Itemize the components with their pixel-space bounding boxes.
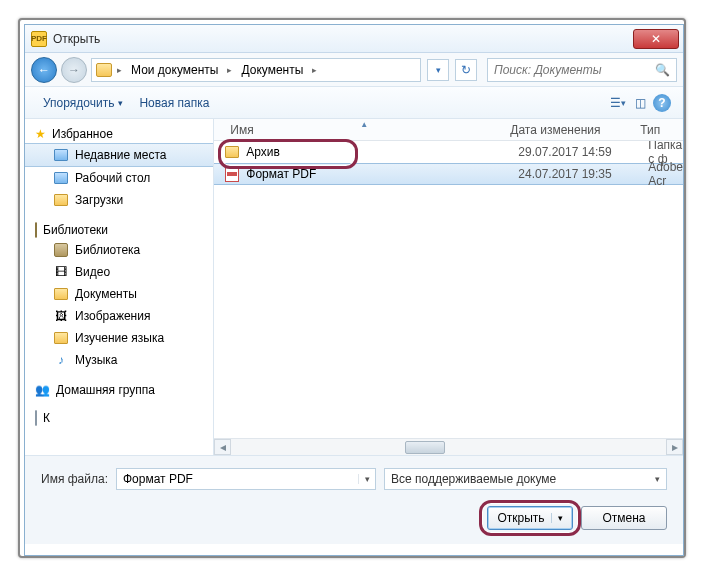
cancel-button[interactable]: Отмена — [581, 506, 667, 530]
sidebar-item-label: Документы — [75, 287, 137, 301]
new-folder-button[interactable]: Новая папка — [131, 92, 217, 114]
sidebar-item-music[interactable]: ♪Музыка — [25, 349, 213, 371]
sidebar-item-label: Библиотека — [75, 243, 140, 257]
homegroup-label: Домашняя группа — [56, 383, 155, 397]
search-box[interactable]: 🔍 — [487, 58, 677, 82]
sidebar-item-desktop[interactable]: Рабочий стол — [25, 167, 213, 189]
breadcrumb-dropdown[interactable]: ▾ — [427, 59, 449, 81]
file-row-pdf[interactable]: Формат PDF 24.07.2017 19:35 Adobe Acr — [214, 163, 683, 185]
filename-dropdown-icon[interactable]: ▾ — [358, 474, 375, 484]
sidebar-item-documents[interactable]: Документы — [25, 283, 213, 305]
filename-label: Имя файла: — [41, 472, 108, 486]
dialog-footer: Имя файла: ▾ Все поддерживаемые докуме ▾… — [25, 455, 683, 544]
scroll-track[interactable] — [231, 439, 666, 455]
star-icon: ★ — [35, 127, 46, 141]
sidebar-item-label: Музыка — [75, 353, 117, 367]
sidebar: ★Избранное Недавние места Рабочий стол З… — [25, 119, 214, 455]
open-split-icon[interactable]: ▾ — [551, 513, 563, 523]
sidebar-computer-header[interactable]: К — [25, 409, 213, 427]
computer-icon — [35, 411, 37, 425]
preview-icon: ◫ — [635, 96, 646, 110]
file-list-header: ▲Имя Дата изменения Тип — [214, 119, 683, 141]
sidebar-homegroup-header[interactable]: 👥Домашняя группа — [25, 381, 213, 399]
filename-field[interactable]: ▾ — [116, 468, 376, 490]
chevron-right-icon: ▸ — [114, 65, 125, 75]
library-icon — [53, 242, 69, 258]
sidebar-item-label: Видео — [75, 265, 110, 279]
breadcrumb[interactable]: ▸ Мои документы ▸ Документы ▸ — [91, 58, 421, 82]
window-title: Открыть — [53, 32, 633, 46]
pdf-icon — [224, 166, 240, 182]
downloads-icon — [53, 192, 69, 208]
scroll-left-icon[interactable]: ◂ — [214, 439, 231, 455]
horizontal-scrollbar[interactable]: ◂ ▸ — [214, 438, 683, 455]
file-type: Adobe Acr — [648, 160, 683, 188]
sidebar-homegroup-group: 👥Домашняя группа — [25, 381, 213, 399]
column-type[interactable]: Тип — [634, 123, 683, 137]
search-input[interactable] — [494, 63, 651, 77]
refresh-button[interactable]: ↻ — [455, 59, 477, 81]
cancel-button-label: Отмена — [602, 511, 645, 525]
titlebar: PDF Открыть ✕ — [25, 25, 683, 53]
sidebar-item-label: Изучение языка — [75, 331, 164, 345]
sidebar-item-video[interactable]: 🎞Видео — [25, 261, 213, 283]
sort-arrow-icon: ▲ — [360, 120, 368, 129]
preview-pane-button[interactable]: ◫ — [629, 92, 651, 114]
breadcrumb-item[interactable]: Документы — [237, 61, 307, 79]
music-icon: ♪ — [53, 352, 69, 368]
sidebar-item-label: Загрузки — [75, 193, 123, 207]
breadcrumb-item[interactable]: Мои документы — [127, 61, 222, 79]
filetype-label: Все поддерживаемые докуме — [391, 472, 556, 486]
help-button[interactable]: ? — [651, 92, 673, 114]
column-name[interactable]: ▲Имя — [224, 123, 504, 137]
sidebar-favorites-header[interactable]: ★Избранное — [25, 125, 213, 143]
file-list: Архив 29.07.2017 14:59 Папка с ф Формат … — [214, 141, 683, 438]
file-row-folder[interactable]: Архив 29.07.2017 14:59 Папка с ф — [214, 141, 683, 163]
organize-label: Упорядочить — [43, 96, 114, 110]
scroll-thumb[interactable] — [405, 441, 445, 454]
open-dialog: PDF Открыть ✕ ← → ▸ Мои документы ▸ Доку… — [24, 24, 684, 556]
arrow-right-icon: → — [68, 63, 80, 77]
file-name: Формат PDF — [246, 167, 518, 181]
file-name: Архив — [246, 145, 518, 159]
dialog-body: ★Избранное Недавние места Рабочий стол З… — [25, 119, 683, 455]
sidebar-item-library[interactable]: Библиотека — [25, 239, 213, 261]
sidebar-item-recent[interactable]: Недавние места — [25, 143, 213, 167]
view-mode-button[interactable]: ☰▾ — [607, 92, 629, 114]
organize-button[interactable]: Упорядочить ▾ — [35, 92, 131, 114]
sidebar-favorites-group: ★Избранное Недавние места Рабочий стол З… — [25, 125, 213, 211]
sidebar-item-downloads[interactable]: Загрузки — [25, 189, 213, 211]
close-button[interactable]: ✕ — [633, 29, 679, 49]
file-date: 24.07.2017 19:35 — [518, 167, 648, 181]
view-icon: ☰ — [610, 96, 621, 110]
sidebar-item-images[interactable]: 🖼Изображения — [25, 305, 213, 327]
chevron-down-icon: ▾ — [655, 474, 660, 484]
images-icon: 🖼 — [53, 308, 69, 324]
desktop-icon — [53, 170, 69, 186]
sidebar-item-label: Изображения — [75, 309, 150, 323]
recent-icon — [53, 147, 69, 163]
file-date: 29.07.2017 14:59 — [518, 145, 648, 159]
nav-row: ← → ▸ Мои документы ▸ Документы ▸ ▾ ↻ 🔍 — [25, 53, 683, 87]
favorites-label: Избранное — [52, 127, 113, 141]
window-frame-outer: PDF Открыть ✕ ← → ▸ Мои документы ▸ Доку… — [18, 18, 686, 558]
new-folder-label: Новая папка — [139, 96, 209, 110]
column-date[interactable]: Дата изменения — [504, 123, 634, 137]
toolbar: Упорядочить ▾ Новая папка ☰▾ ◫ ? — [25, 87, 683, 119]
sidebar-libraries-group: Библиотеки Библиотека 🎞Видео Документы 🖼… — [25, 221, 213, 371]
filetype-dropdown[interactable]: Все поддерживаемые докуме ▾ — [384, 468, 667, 490]
app-icon: PDF — [31, 31, 47, 47]
search-icon: 🔍 — [655, 63, 670, 77]
scroll-right-icon[interactable]: ▸ — [666, 439, 683, 455]
sidebar-computer-group: К — [25, 409, 213, 427]
libraries-icon — [35, 223, 37, 237]
back-button[interactable]: ← — [31, 57, 57, 83]
documents-icon — [53, 286, 69, 302]
sidebar-item-language[interactable]: Изучение языка — [25, 327, 213, 349]
filename-input[interactable] — [117, 472, 358, 486]
help-icon: ? — [653, 94, 671, 112]
sidebar-libraries-header[interactable]: Библиотеки — [25, 221, 213, 239]
close-icon: ✕ — [651, 32, 661, 46]
forward-button[interactable]: → — [61, 57, 87, 83]
open-button[interactable]: Открыть ▾ — [487, 506, 573, 530]
